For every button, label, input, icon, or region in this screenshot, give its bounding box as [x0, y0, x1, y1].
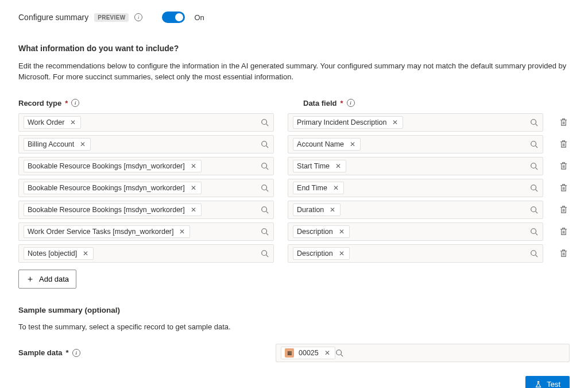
- sample-tag: ▦ 00025 ✕: [281, 347, 335, 359]
- data-field-value: Primary Incident Description: [297, 118, 386, 126]
- record-type-value: Notes [objectid]: [28, 249, 77, 258]
- remove-tag-icon[interactable]: ✕: [328, 206, 336, 214]
- record-type-tag: Billing Account✕: [24, 138, 91, 151]
- record-type-field[interactable]: Bookable Resource Bookings [msdyn_workor…: [18, 179, 274, 197]
- svg-line-1: [266, 124, 269, 126]
- svg-point-24: [262, 250, 267, 255]
- svg-point-12: [262, 185, 267, 190]
- sample-summary-title: Sample summary (optional): [18, 306, 570, 314]
- data-field-field[interactable]: Account Name✕: [288, 135, 543, 153]
- remove-tag-icon[interactable]: ✕: [323, 349, 331, 357]
- delete-row-button[interactable]: [557, 140, 570, 148]
- search-icon[interactable]: [261, 140, 269, 148]
- data-field-field[interactable]: End Time✕: [288, 179, 543, 197]
- record-type-field[interactable]: Bookable Resource Bookings [msdyn_workor…: [18, 201, 274, 219]
- search-icon[interactable]: [530, 162, 538, 170]
- record-type-field[interactable]: Notes [objectid]✕: [18, 244, 274, 263]
- sample-data-label: Sample data: [18, 348, 63, 357]
- data-field-tag: Description✕: [293, 247, 350, 260]
- data-field-value: Duration: [297, 206, 324, 214]
- record-type-field[interactable]: Work Order✕: [18, 113, 274, 132]
- remove-tag-icon[interactable]: ✕: [178, 228, 186, 236]
- record-type-field[interactable]: Work Order Service Tasks [msdyn_workorde…: [18, 222, 274, 241]
- summary-toggle[interactable]: [162, 11, 185, 23]
- delete-row-button[interactable]: [557, 205, 570, 214]
- add-data-label: Add data: [39, 275, 69, 283]
- question-help: Edit the recommendations below to config…: [18, 61, 570, 83]
- info-icon[interactable]: i: [347, 99, 355, 107]
- record-type-tag: Work Order Service Tasks [msdyn_workorde…: [24, 225, 190, 238]
- data-field-field[interactable]: Description✕: [288, 244, 543, 263]
- search-icon[interactable]: [530, 140, 538, 148]
- sample-value: 00025: [299, 349, 319, 357]
- svg-point-4: [262, 141, 267, 146]
- record-type-tag: Notes [objectid]✕: [24, 247, 94, 260]
- plus-icon: ＋: [26, 274, 34, 285]
- record-type-value: Billing Account: [28, 140, 74, 148]
- delete-row-button[interactable]: [557, 227, 570, 236]
- svg-line-3: [536, 124, 538, 126]
- remove-tag-icon[interactable]: ✕: [189, 162, 198, 170]
- search-icon[interactable]: [335, 349, 343, 357]
- delete-row-button[interactable]: [557, 162, 570, 170]
- data-field-header: Data field: [303, 99, 337, 107]
- search-icon[interactable]: [530, 206, 538, 214]
- delete-row-button[interactable]: [557, 183, 570, 192]
- flask-icon: [535, 381, 542, 388]
- search-icon[interactable]: [261, 249, 269, 258]
- search-icon[interactable]: [530, 184, 538, 192]
- search-icon[interactable]: [261, 206, 269, 214]
- data-field-field[interactable]: Primary Incident Description✕: [288, 113, 543, 132]
- sample-summary-help: To test the summary, select a specific r…: [18, 322, 570, 331]
- info-icon[interactable]: i: [72, 349, 80, 357]
- info-icon[interactable]: i: [134, 13, 142, 21]
- required-mark: *: [341, 99, 343, 107]
- data-field-field[interactable]: Start Time✕: [288, 157, 543, 175]
- remove-tag-icon[interactable]: ✕: [338, 249, 346, 258]
- remove-tag-icon[interactable]: ✕: [332, 184, 340, 192]
- remove-tag-icon[interactable]: ✕: [349, 140, 357, 148]
- required-mark: *: [66, 348, 69, 357]
- sample-data-field[interactable]: ▦ 00025 ✕: [276, 344, 570, 362]
- preview-badge: PREVIEW: [94, 13, 129, 22]
- info-icon[interactable]: i: [71, 99, 79, 107]
- svg-line-9: [266, 167, 269, 170]
- data-field-tag: Primary Incident Description✕: [293, 116, 403, 129]
- data-row: Work Order✕Primary Incident Description✕: [18, 113, 570, 132]
- add-data-button[interactable]: ＋ Add data: [18, 270, 76, 289]
- remove-tag-icon[interactable]: ✕: [334, 162, 342, 170]
- remove-tag-icon[interactable]: ✕: [189, 206, 198, 214]
- search-icon[interactable]: [530, 118, 538, 126]
- data-row: Bookable Resource Bookings [msdyn_workor…: [18, 157, 570, 175]
- record-type-value: Bookable Resource Bookings [msdyn_workor…: [28, 162, 185, 170]
- search-icon[interactable]: [261, 118, 269, 126]
- search-icon[interactable]: [261, 162, 269, 170]
- svg-point-26: [531, 250, 536, 255]
- search-icon[interactable]: [530, 228, 538, 236]
- data-row: Notes [objectid]✕Description✕: [18, 244, 570, 263]
- data-row: Bookable Resource Bookings [msdyn_workor…: [18, 201, 570, 219]
- svg-line-7: [536, 145, 538, 148]
- remove-tag-icon[interactable]: ✕: [189, 184, 198, 192]
- data-field-value: Start Time: [297, 162, 330, 170]
- delete-row-button[interactable]: [557, 249, 570, 258]
- remove-tag-icon[interactable]: ✕: [69, 118, 77, 126]
- record-type-field[interactable]: Billing Account✕: [18, 135, 274, 153]
- remove-tag-icon[interactable]: ✕: [338, 228, 346, 236]
- svg-line-11: [536, 167, 538, 170]
- svg-point-22: [531, 228, 536, 233]
- search-icon[interactable]: [261, 228, 269, 236]
- remove-tag-icon[interactable]: ✕: [79, 140, 87, 148]
- search-icon[interactable]: [261, 184, 269, 192]
- data-field-field[interactable]: Description✕: [288, 222, 543, 241]
- delete-row-button[interactable]: [557, 118, 570, 126]
- remove-tag-icon[interactable]: ✕: [82, 249, 90, 258]
- search-icon[interactable]: [530, 249, 538, 258]
- configure-summary-title: Configure summary: [18, 13, 88, 22]
- test-label: Test: [547, 380, 560, 388]
- data-field-field[interactable]: Duration✕: [288, 201, 543, 219]
- test-button[interactable]: Test: [525, 376, 570, 388]
- remove-tag-icon[interactable]: ✕: [391, 118, 399, 126]
- svg-point-18: [531, 206, 536, 212]
- record-type-field[interactable]: Bookable Resource Bookings [msdyn_workor…: [18, 157, 274, 175]
